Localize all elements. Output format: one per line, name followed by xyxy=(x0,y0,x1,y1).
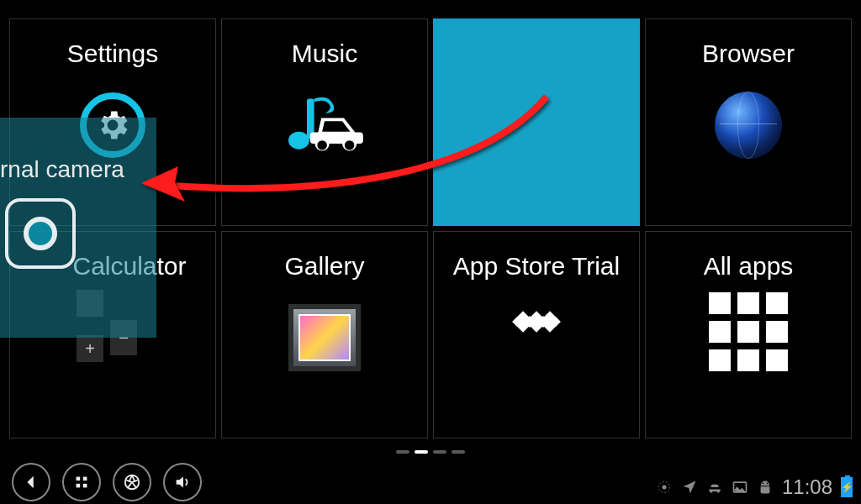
svg-point-9 xyxy=(662,486,666,490)
apps-icon xyxy=(72,473,91,491)
system-navbar: 11:08 ⚡ xyxy=(0,460,861,504)
diamond-row-icon xyxy=(516,314,557,329)
calculator-icon: − + xyxy=(76,289,150,363)
picture-status-icon xyxy=(732,479,748,496)
tile-empty-slot[interactable] xyxy=(433,18,640,226)
status-bar[interactable]: 11:08 ⚡ xyxy=(656,475,853,499)
aperture-icon xyxy=(123,473,141,491)
tile-browser[interactable]: Browser xyxy=(645,18,852,226)
music-car-icon xyxy=(283,83,367,167)
tile-label: Settings xyxy=(67,39,158,68)
back-icon xyxy=(22,473,40,491)
tile-label: App Store Trial xyxy=(453,252,620,281)
speaker-icon xyxy=(173,473,192,491)
svg-point-2 xyxy=(317,140,326,150)
tile-appstore[interactable]: App Store Trial xyxy=(433,231,640,438)
svg-point-11 xyxy=(710,490,712,492)
home-button[interactable] xyxy=(62,463,101,501)
tile-settings[interactable]: Settings xyxy=(9,18,216,226)
svg-point-3 xyxy=(345,140,354,150)
back-button[interactable] xyxy=(12,463,50,501)
svg-rect-5 xyxy=(83,477,87,481)
tile-label: Gallery xyxy=(284,252,364,281)
gallery-icon xyxy=(283,296,367,380)
clock: 11:08 xyxy=(782,475,832,499)
svg-rect-6 xyxy=(77,484,81,488)
volume-button[interactable] xyxy=(163,463,202,501)
page-indicator xyxy=(0,450,861,454)
tile-label: Browser xyxy=(702,39,795,68)
tile-label: All apps xyxy=(704,252,794,281)
tile-gallery[interactable]: Gallery xyxy=(221,231,428,438)
battery-charging-icon: ⚡ xyxy=(841,477,853,497)
svg-rect-4 xyxy=(77,477,81,481)
svg-point-14 xyxy=(763,483,764,485)
tile-music[interactable]: Music xyxy=(221,18,428,226)
tile-label: Calculator xyxy=(39,252,186,281)
svg-point-12 xyxy=(716,490,719,492)
tile-label: Music xyxy=(292,39,357,68)
gear-icon xyxy=(71,83,155,167)
car-status-icon xyxy=(706,479,723,496)
android-icon xyxy=(757,479,774,496)
tile-all-apps[interactable]: All apps xyxy=(645,231,852,438)
camera-button[interactable] xyxy=(113,463,151,501)
svg-point-15 xyxy=(767,483,769,485)
globe-icon xyxy=(706,83,790,167)
svg-rect-7 xyxy=(83,484,87,488)
gps-icon xyxy=(656,479,673,496)
apps-grid-icon xyxy=(709,292,788,371)
location-icon xyxy=(681,479,698,496)
tile-calculator[interactable]: Calculator − + xyxy=(9,231,216,438)
svg-point-0 xyxy=(288,132,309,150)
launcher-grid: Settings Music Browser Calculator xyxy=(9,18,852,442)
